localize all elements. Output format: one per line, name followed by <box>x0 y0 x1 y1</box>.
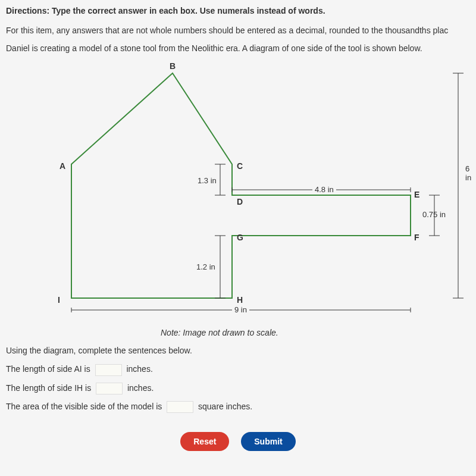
q2-post: inches. <box>127 383 154 393</box>
submit-button[interactable]: Submit <box>241 432 295 451</box>
question-3: The area of the visible side of the mode… <box>6 399 470 414</box>
problem-line2: Daniel is creating a model of a stone to… <box>6 43 470 55</box>
vertex-g: G <box>237 233 243 242</box>
q2-input[interactable] <box>96 383 123 394</box>
question-2: The length of side IH is inches. <box>6 381 470 396</box>
measure-hi: 9 in <box>232 305 249 314</box>
problem-line1: For this item, any answers that are not … <box>6 25 470 37</box>
reset-button[interactable]: Reset <box>180 432 229 451</box>
measure-cd: 1.3 in <box>196 176 218 185</box>
q3-post: square inches. <box>198 402 252 411</box>
vertex-a: A <box>60 161 65 171</box>
q1-post: inches. <box>126 364 152 374</box>
note-text: Note: Image not drawn to scale. <box>161 328 470 337</box>
diagram: A B C D E F G H I 1.3 in 4.8 in 0.75 in … <box>6 60 470 316</box>
q3-pre: The area of the visible side of the mode… <box>6 402 162 411</box>
vertex-e: E <box>414 190 419 199</box>
q1-pre: The length of side AI is <box>6 364 90 374</box>
vertex-d: D <box>237 197 243 206</box>
q2-pre: The length of side IH is <box>6 383 91 393</box>
diagram-svg <box>6 60 476 316</box>
vertex-i: I <box>58 295 60 305</box>
vertex-f: F <box>414 233 419 242</box>
vertex-b: B <box>170 61 176 71</box>
svg-marker-0 <box>71 73 411 298</box>
vertex-h: H <box>237 295 243 305</box>
measure-de: 4.8 in <box>312 185 336 194</box>
questions-intro: Using the diagram, complete the sentence… <box>6 343 470 358</box>
question-1: The length of side AI is inches. <box>6 362 470 377</box>
q3-input[interactable] <box>167 401 193 413</box>
measure-ef: 0.75 in <box>422 210 446 219</box>
measure-total-height: 6 in <box>465 164 471 182</box>
measure-gh: 1.2 in <box>195 262 217 271</box>
vertex-c: C <box>237 161 243 171</box>
directions-text: Directions: Type the correct answer in e… <box>6 6 470 15</box>
q1-input[interactable] <box>95 364 122 376</box>
